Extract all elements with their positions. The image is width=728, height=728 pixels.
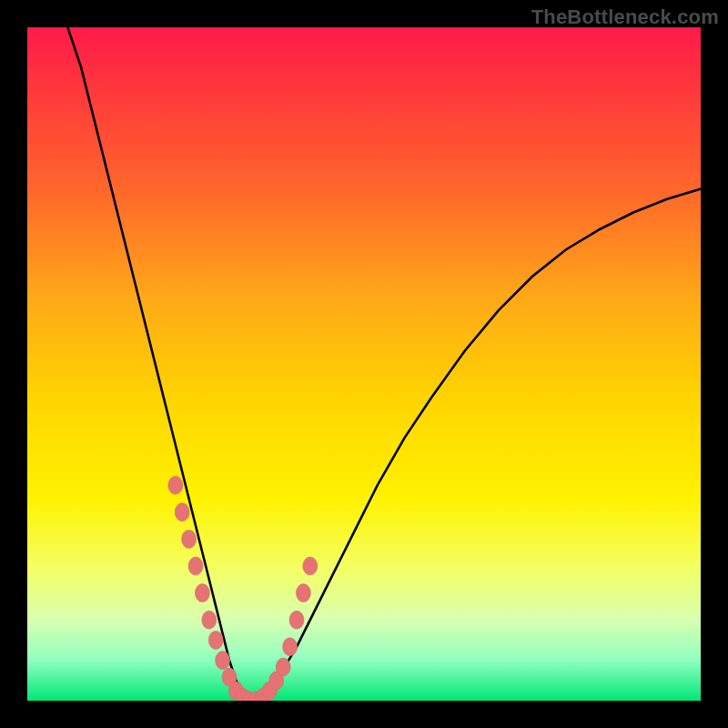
marker-point bbox=[216, 652, 230, 670]
marker-point bbox=[168, 476, 183, 494]
marker-point bbox=[208, 631, 223, 649]
marker-point bbox=[289, 611, 304, 629]
bottleneck-curve bbox=[67, 27, 701, 701]
curve-path bbox=[67, 27, 701, 701]
marker-point bbox=[276, 658, 290, 676]
marker-point bbox=[182, 530, 197, 548]
plot-area bbox=[27, 27, 701, 701]
marker-point bbox=[195, 584, 209, 602]
marker-point bbox=[296, 584, 310, 602]
curve-svg bbox=[27, 27, 701, 701]
marker-point bbox=[202, 611, 217, 629]
marker-point bbox=[283, 638, 298, 656]
chart-frame: TheBottleneck.com bbox=[0, 0, 728, 728]
marker-point bbox=[303, 557, 318, 575]
marker-point bbox=[188, 557, 203, 575]
watermark-text: TheBottleneck.com bbox=[531, 5, 719, 29]
marker-point bbox=[175, 503, 189, 521]
